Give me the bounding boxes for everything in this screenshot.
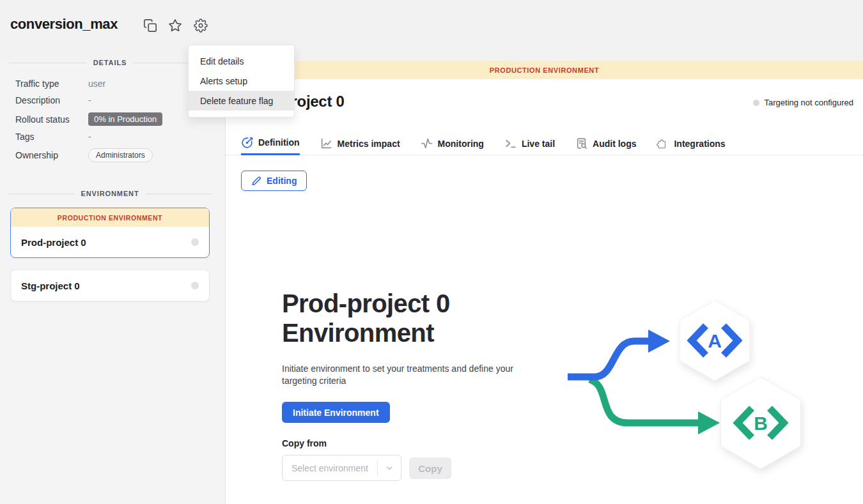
chevron-down-icon — [378, 464, 401, 473]
menu-item-alerts-setup[interactable]: Alerts setup — [189, 71, 294, 91]
tab-audit-logs[interactable]: Audit logs — [575, 132, 636, 155]
gear-dropdown-menu: Edit details Alerts setup Delete feature… — [188, 45, 295, 118]
metrics-impact-icon — [320, 137, 332, 149]
env-card-name: Stg-project 0 — [21, 280, 80, 291]
detail-row-rollout-status: Rollout status 0% in Production — [15, 112, 211, 126]
green-branch-arrow — [589, 379, 699, 423]
menu-item-edit-details[interactable]: Edit details — [189, 51, 294, 71]
monitoring-icon — [421, 137, 433, 149]
live-tail-icon — [504, 137, 517, 149]
details-heading: DETAILS — [93, 59, 127, 66]
targeting-status-dot — [753, 100, 759, 106]
environment-section-header: ENVIRONMENT — [9, 190, 211, 197]
env-card-name: Prod-project 0 — [21, 237, 86, 248]
environment-select[interactable]: Select environment — [282, 455, 401, 481]
detail-row-tags: Tags - — [15, 132, 211, 142]
feature-flag-title: conversion_max — [10, 16, 118, 33]
tab-label: Integrations — [674, 139, 725, 149]
detail-label: Tags — [15, 132, 88, 142]
tab-label: Monitoring — [438, 139, 484, 149]
detail-value: - — [88, 132, 91, 142]
integrations-icon — [657, 137, 669, 149]
detail-label: Description — [15, 95, 88, 105]
copy-from-label: Copy from — [282, 438, 327, 448]
audit-logs-icon — [575, 137, 587, 149]
detail-row-traffic-type: Traffic type user — [15, 79, 211, 89]
detail-value: user — [88, 79, 105, 89]
targeting-status-text: Targeting not configured — [765, 98, 853, 107]
detail-label: Rollout status — [15, 114, 88, 125]
tab-live-tail[interactable]: Live tail — [504, 132, 555, 155]
tab-metrics-impact[interactable]: Metrics impact — [320, 132, 400, 155]
page: conversion_max DETAILS Traffic type user… — [0, 0, 863, 504]
blue-arrowhead — [648, 330, 670, 353]
status-dot — [191, 282, 199, 289]
gear-icon[interactable] — [194, 19, 208, 33]
detail-label: Traffic type — [15, 79, 88, 89]
env-card-stg[interactable]: Stg-project 0 — [10, 270, 210, 302]
editing-button[interactable]: Editing — [241, 171, 307, 191]
ownership-pill[interactable]: Administrators — [88, 148, 153, 162]
production-environment-banner: PRODUCTION ENVIRONMENT — [226, 61, 863, 79]
ab-split-illustration: A B — [556, 287, 825, 479]
pencil-icon — [251, 176, 261, 186]
detail-row-description: Description - — [15, 95, 211, 105]
tab-label: Definition — [258, 137, 300, 148]
star-icon[interactable] — [168, 19, 182, 33]
select-placeholder: Select environment — [283, 463, 377, 473]
copy-environment-button[interactable]: Copy — [409, 457, 451, 479]
menu-item-delete-feature-flag[interactable]: Delete feature flag — [189, 91, 294, 111]
status-dot — [191, 238, 199, 246]
env-card-prod[interactable]: PRODUCTION ENVIRONMENT Prod-project 0 — [10, 208, 210, 258]
environment-heading-line1: Prod-project 0 — [282, 289, 450, 318]
detail-value: - — [88, 95, 91, 105]
blue-branch-arrow — [568, 341, 649, 377]
variant-b-letter: B — [754, 413, 768, 434]
tab-label: Audit logs — [593, 139, 636, 149]
tab-integrations[interactable]: Integrations — [657, 132, 725, 155]
tab-definition[interactable]: Definition — [241, 132, 300, 155]
definition-icon — [241, 137, 253, 149]
tab-label: Metrics impact — [338, 139, 400, 149]
details-section-header: DETAILS — [9, 59, 211, 66]
initiate-environment-button[interactable]: Initiate Environment — [282, 402, 390, 423]
production-environment-band: PRODUCTION ENVIRONMENT — [11, 208, 209, 227]
green-arrowhead — [698, 411, 720, 434]
detail-row-ownership: Ownership Administrators — [15, 148, 211, 162]
environment-heading: ENVIRONMENT — [81, 190, 139, 197]
targeting-status: Targeting not configured — [753, 98, 853, 107]
environment-description: Initiate environment to set your treatme… — [282, 363, 520, 387]
environment-heading: Prod-project 0 Environment — [282, 289, 450, 347]
rollout-status-badge: 0% in Production — [88, 112, 162, 126]
tab-label: Live tail — [522, 139, 555, 149]
tab-bar: Definition Metrics impact Monitoring Liv… — [241, 132, 726, 155]
tab-monitoring[interactable]: Monitoring — [421, 132, 484, 155]
environment-heading-line2: Environment — [282, 318, 450, 347]
copy-icon[interactable] — [143, 19, 157, 33]
detail-label: Ownership — [15, 150, 88, 160]
variant-a-letter: A — [708, 330, 722, 351]
editing-button-label: Editing — [267, 176, 297, 186]
top-band — [0, 0, 863, 61]
